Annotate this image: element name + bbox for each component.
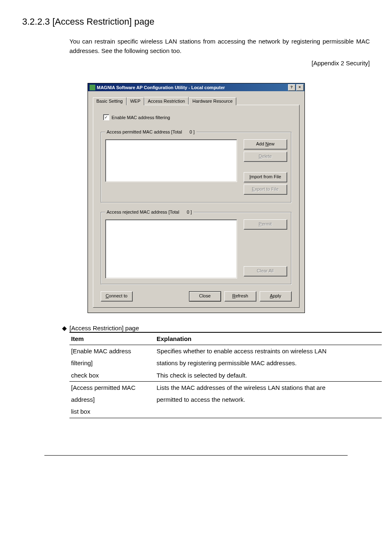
page-footer-rule — [44, 455, 348, 456]
add-new-button[interactable]: Add New — [244, 139, 287, 150]
permitted-listbox[interactable] — [105, 139, 237, 182]
rejected-listbox[interactable] — [105, 219, 237, 279]
enable-filtering-row: ✓ Enable MAC address filtering — [103, 114, 293, 120]
dialog-window: MAGNIA Software AP Configuration Utility… — [88, 83, 305, 313]
rejected-legend: Access rejected MAC address [Total 0 ] — [105, 210, 194, 214]
delete-button[interactable]: Delete — [244, 152, 287, 162]
permitted-group: Access permitted MAC address [Total 0 ] … — [101, 129, 292, 203]
connect-to-button[interactable]: Connect to — [101, 291, 133, 302]
row1-exp-l1: Specifies whether to enable access restr… — [155, 345, 382, 357]
title-bar-text: MAGNIA Software AP Configuration Utility… — [97, 85, 287, 90]
tab-panel: ✓ Enable MAC address filtering Access pe… — [93, 105, 300, 308]
diamond-bullet-icon: ◆ — [62, 325, 69, 332]
section-heading: 3.2.2.3 [Access Restriction] page — [22, 16, 370, 27]
table-caption: [Access Restriction] page — [69, 325, 139, 332]
table-caption-row: ◆[Access Restriction] page — [69, 325, 370, 332]
dialog-body: Basic Setting WEP Access Restriction Har… — [88, 91, 304, 313]
intro-paragraph: You can restrain specific wireless LAN s… — [69, 37, 370, 55]
tab-basic-setting[interactable]: Basic Setting — [93, 97, 127, 105]
clear-all-button[interactable]: Clear All — [244, 266, 287, 276]
export-to-file-button[interactable]: Export to File — [244, 184, 287, 195]
app-icon — [90, 85, 95, 90]
row1-item-l1: [Enable MAC address — [69, 345, 155, 357]
tab-strip: Basic Setting WEP Access Restriction Har… — [93, 97, 300, 105]
import-from-file-button[interactable]: Import from File — [244, 172, 287, 182]
refresh-button[interactable]: Refresh — [224, 291, 256, 302]
appendix-reference: [Appendix 2 Security] — [22, 60, 370, 67]
row1-item-l3: check box — [69, 369, 155, 382]
th-item: Item — [69, 332, 155, 345]
title-bar: MAGNIA Software AP Configuration Utility… — [88, 83, 304, 91]
close-button[interactable]: Close — [189, 291, 221, 302]
rejected-group: Access rejected MAC address [Total 0 ] P… — [101, 210, 292, 285]
tab-hardware-resource[interactable]: Hardware Resource — [189, 97, 236, 105]
th-explanation: Explanation — [155, 332, 382, 345]
row2-exp-l2: permitted to access the network. — [155, 394, 382, 405]
apply-button[interactable]: Apply — [260, 291, 292, 302]
permitted-legend: Access permitted MAC address [Total 0 ] — [105, 129, 196, 134]
row1-exp-l2: stations by registering permissible MAC … — [155, 357, 382, 369]
dialog-screenshot: MAGNIA Software AP Configuration Utility… — [88, 83, 305, 313]
dialog-bottom-bar: Connect to Close Refresh Apply — [99, 291, 293, 302]
row2-exp-l1: Lists the MAC addresses of the wireless … — [155, 381, 382, 394]
tab-wep[interactable]: WEP — [127, 97, 144, 105]
spec-table: Item Explanation [Enable MAC address Spe… — [69, 332, 382, 418]
close-icon[interactable]: × — [296, 84, 304, 91]
row1-exp-l3: This check is selected by default. — [155, 369, 382, 382]
row2-item-l1: [Access permitted MAC — [69, 381, 155, 394]
tab-access-restriction[interactable]: Access Restriction — [144, 97, 189, 105]
enable-filtering-checkbox[interactable]: ✓ — [103, 114, 109, 120]
permit-button[interactable]: Permit — [244, 219, 287, 230]
enable-filtering-label: Enable MAC address filtering — [112, 115, 170, 120]
row2-item-l2: address] — [69, 394, 155, 405]
row2-item-l3: list box — [69, 405, 155, 418]
help-button[interactable]: ? — [288, 84, 295, 91]
row1-item-l2: filtering] — [69, 357, 155, 369]
